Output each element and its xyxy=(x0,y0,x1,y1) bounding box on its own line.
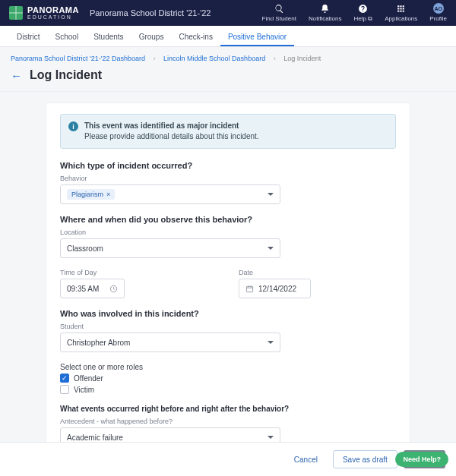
remove-chip-icon[interactable]: × xyxy=(106,191,110,198)
svg-rect-1 xyxy=(246,286,252,292)
alert-title: This event was identified as major incid… xyxy=(84,121,259,131)
chevron-down-icon xyxy=(268,341,274,344)
navbar: District School Students Groups Check-in… xyxy=(0,26,456,47)
topbar-item-label: Applications xyxy=(385,15,417,22)
district-name: Panorama School District '21-'22 xyxy=(90,8,211,17)
nav-groups[interactable]: Groups xyxy=(131,33,172,46)
location-label: Location xyxy=(60,229,396,236)
student-select[interactable]: Christopher Abrom xyxy=(60,333,280,352)
student-label: Student xyxy=(60,323,396,330)
section-who-heading: Who was involved in this incident? xyxy=(60,309,396,318)
time-label: Time of Day xyxy=(60,269,125,276)
roles-label: Select one or more roles xyxy=(60,363,396,371)
topbar: PANORAMA EDUCATION Panorama School Distr… xyxy=(0,0,456,26)
brand-sub: EDUCATION xyxy=(27,14,79,20)
antecedent-value: Academic failure xyxy=(67,433,123,442)
logo-text: PANORAMA EDUCATION xyxy=(27,6,79,20)
notifications-button[interactable]: Notifications xyxy=(309,3,342,22)
nav-checkins[interactable]: Check-ins xyxy=(171,33,220,46)
logo-icon xyxy=(9,6,23,20)
clock-icon xyxy=(109,285,118,293)
behavior-select[interactable]: Plagiarism × xyxy=(60,184,280,204)
bell-icon xyxy=(320,3,331,14)
logo-block[interactable]: PANORAMA EDUCATION xyxy=(9,6,79,20)
nav-students[interactable]: Students xyxy=(86,33,131,46)
chevron-down-icon xyxy=(268,436,274,439)
search-icon xyxy=(274,3,284,14)
topbar-item-label: Help ⧉ xyxy=(353,15,372,23)
apps-icon xyxy=(396,3,407,14)
nav-district[interactable]: District xyxy=(9,33,48,46)
chevron-down-icon xyxy=(268,193,274,196)
time-input[interactable]: 09:35 AM xyxy=(60,279,125,298)
divider xyxy=(0,91,456,92)
find-student-button[interactable]: Find Student xyxy=(262,3,296,22)
antecedent-label: Antecedent - what happened before? xyxy=(60,418,396,425)
topbar-item-label: Find Student xyxy=(262,15,296,22)
date-input[interactable]: 12/14/2022 xyxy=(239,279,311,298)
time-value: 09:35 AM xyxy=(67,285,99,293)
date-label: Date xyxy=(239,269,311,276)
location-value: Classroom xyxy=(67,244,103,253)
cancel-button[interactable]: Cancel xyxy=(285,450,327,468)
profile-button[interactable]: AO Profile xyxy=(429,3,447,22)
section-where-when-heading: Where and when did you observe this beha… xyxy=(60,215,396,224)
footer-action-bar: Cancel Save as draft Submit xyxy=(0,442,456,476)
chevron-right-icon: › xyxy=(274,55,276,62)
breadcrumb-current: Log Incident xyxy=(283,55,321,62)
page-title-row: ← Log Incident xyxy=(0,67,456,91)
chevron-right-icon: › xyxy=(154,55,156,62)
help-button[interactable]: Help ⧉ xyxy=(353,3,372,23)
save-draft-button[interactable]: Save as draft xyxy=(333,450,397,468)
need-help-button[interactable]: Need Help? xyxy=(395,452,448,467)
brand-name: PANORAMA xyxy=(27,6,79,14)
topbar-item-label: Notifications xyxy=(309,15,342,22)
incident-form-card: i This event was identified as major inc… xyxy=(46,102,410,476)
behavior-chip-text: Plagiarism xyxy=(71,191,103,198)
info-icon: i xyxy=(68,121,78,131)
role-offender-label: Offender xyxy=(74,374,103,383)
section-incident-type-heading: Which type of incident occurred? xyxy=(60,161,396,170)
chevron-down-icon xyxy=(268,247,274,250)
checkbox-victim[interactable] xyxy=(60,385,69,394)
alert-body: Please provide additional details about … xyxy=(84,131,259,142)
role-victim-row[interactable]: Victim xyxy=(60,385,396,394)
role-offender-row[interactable]: ✓ Offender xyxy=(60,374,396,383)
behavior-chip: Plagiarism × xyxy=(67,189,115,200)
student-value: Christopher Abrom xyxy=(67,339,130,347)
topbar-items: Find Student Notifications Help ⧉ Applic… xyxy=(262,3,447,23)
behavior-label: Behavior xyxy=(60,175,396,182)
avatar-icon: AO xyxy=(433,3,444,14)
page-title: Log Incident xyxy=(30,68,102,82)
calendar-icon xyxy=(245,285,254,293)
breadcrumb-link-school[interactable]: Lincoln Middle School Dashboard xyxy=(163,55,265,62)
help-icon xyxy=(358,3,369,14)
checkbox-offender[interactable]: ✓ xyxy=(60,374,69,383)
role-victim-label: Victim xyxy=(74,386,94,394)
topbar-item-label: Profile xyxy=(429,15,447,22)
section-events-heading: What events occurred right before and ri… xyxy=(60,405,396,413)
major-incident-alert: i This event was identified as major inc… xyxy=(60,114,396,149)
breadcrumb: Panorama School District '21-'22 Dashboa… xyxy=(0,47,456,67)
location-select[interactable]: Classroom xyxy=(60,238,280,258)
date-value: 12/14/2022 xyxy=(258,285,296,293)
nav-positive-behavior[interactable]: Positive Behavior xyxy=(220,33,294,46)
breadcrumb-link-district[interactable]: Panorama School District '21-'22 Dashboa… xyxy=(11,55,145,62)
back-arrow-icon[interactable]: ← xyxy=(11,69,22,82)
applications-button[interactable]: Applications xyxy=(385,3,417,22)
nav-school[interactable]: School xyxy=(48,33,87,46)
